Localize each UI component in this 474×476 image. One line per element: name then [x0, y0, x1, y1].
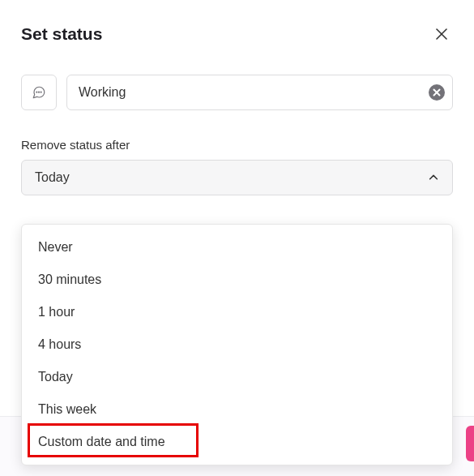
chevron-up-icon	[428, 172, 439, 183]
set-status-dialog: Set status Rem	[0, 0, 474, 212]
option-4-hours[interactable]: 4 hours	[22, 328, 452, 361]
status-input-wrapper	[66, 75, 453, 110]
option-never[interactable]: Never	[22, 231, 452, 264]
submit-button-edge[interactable]	[466, 426, 474, 461]
option-today[interactable]: Today	[22, 361, 452, 393]
option-30-minutes[interactable]: 30 minutes	[22, 264, 452, 296]
svg-point-3	[39, 92, 40, 92]
status-input[interactable]	[66, 75, 453, 110]
svg-point-2	[36, 92, 37, 92]
option-custom-date-time[interactable]: Custom date and time	[22, 426, 452, 458]
dialog-title: Set status	[21, 24, 102, 44]
option-1-hour[interactable]: 1 hour	[22, 296, 452, 328]
x-icon	[433, 88, 441, 96]
remove-status-label: Remove status after	[21, 138, 453, 152]
speech-bubble-icon	[32, 85, 46, 100]
close-button[interactable]	[430, 23, 453, 45]
dropdown-selected-value: Today	[35, 170, 70, 185]
status-row	[21, 75, 453, 110]
close-icon	[435, 28, 448, 41]
emoji-picker-button[interactable]	[21, 75, 57, 110]
option-this-week[interactable]: This week	[22, 393, 452, 426]
svg-point-4	[41, 92, 41, 92]
clear-status-button[interactable]	[429, 84, 445, 101]
dialog-header: Set status	[21, 23, 453, 45]
remove-status-dropdown[interactable]: Today	[21, 160, 453, 195]
remove-status-menu: Never 30 minutes 1 hour 4 hours Today Th…	[21, 224, 453, 465]
